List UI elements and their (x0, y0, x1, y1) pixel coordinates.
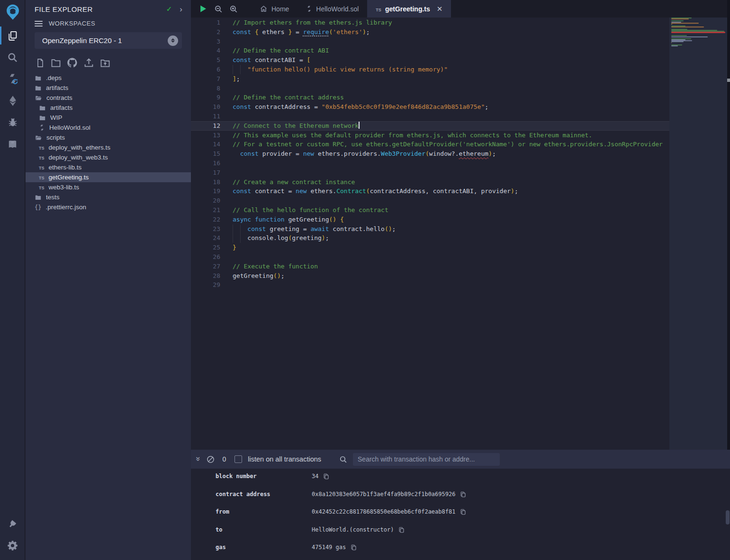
copy-icon[interactable] (460, 491, 466, 498)
editor-scrollbar[interactable] (727, 0, 730, 450)
code-line-2[interactable]: 2const { ethers } = require('ethers'); (191, 27, 669, 37)
terminal-scrollbar-thumb[interactable] (726, 510, 730, 524)
detail-label: to (216, 526, 312, 533)
code-line-10[interactable]: 10const contractAddress = "0xb54febb5c0c… (191, 102, 669, 112)
code-line-28[interactable]: 28getGreeting(); (191, 271, 669, 281)
tree-item--deps[interactable]: .deps (26, 73, 191, 83)
code-line-25[interactable]: 25} (191, 243, 669, 252)
code-line-13[interactable]: 13// This example uses the default provi… (191, 131, 669, 140)
transaction-search-input[interactable] (353, 453, 500, 466)
tree-item-contracts[interactable]: contracts (26, 93, 191, 103)
tree-item-web3-lib-ts[interactable]: TSweb3-lib.ts (26, 182, 191, 192)
code-line-20[interactable]: 20 (191, 196, 669, 205)
activity-book[interactable] (0, 133, 25, 155)
activity-debugger[interactable] (0, 112, 25, 133)
upload-folder-icon[interactable] (99, 58, 111, 68)
code-line-3[interactable]: 3 (191, 37, 669, 46)
run-button[interactable] (198, 4, 207, 13)
code-line-1[interactable]: 1// Import ethers from the ethers.js lib… (191, 18, 669, 27)
code-line-22[interactable]: 22async function getGreeting() { (191, 215, 669, 224)
code-line-11[interactable]: 11 (191, 112, 669, 121)
copy-icon[interactable] (398, 527, 405, 533)
copy-icon[interactable] (351, 544, 357, 551)
tree-item-deploy-with-web3-ts[interactable]: TSdeploy_with_web3.ts (26, 152, 191, 162)
copy-icon[interactable] (460, 509, 466, 515)
activity-deploy-and-run[interactable] (0, 90, 25, 112)
deploy-and-run-icon (8, 95, 18, 107)
new-file-icon[interactable] (35, 58, 46, 68)
code-line-5[interactable]: 5const contractABI = [ (191, 55, 669, 65)
line-number: 25 (191, 243, 220, 252)
line-content: // Connect to the Ethereum network (233, 121, 360, 131)
listen-transactions-checkbox[interactable] (234, 455, 242, 463)
code-line-6[interactable]: 6 "function hello() public view returns … (191, 65, 669, 74)
minimap[interactable] (669, 18, 727, 450)
activity-file-explorer[interactable] (0, 25, 25, 46)
tree-item-artifacts[interactable]: artifacts (26, 103, 191, 113)
transaction-detail-row: contract address0x8a120383e6057b1f3aef4f… (191, 487, 730, 505)
activity-solidity-compiler[interactable] (0, 68, 25, 90)
code-line-27[interactable]: 27// Execute the function (191, 262, 669, 271)
terminal-prompt[interactable]: > (191, 558, 730, 560)
new-folder-icon[interactable] (50, 58, 62, 68)
tree-item-deploy-with-ethers-ts[interactable]: TSdeploy_with_ethers.ts (26, 142, 191, 152)
upload-file-icon[interactable] (82, 57, 95, 68)
tree-item-getgreeting-ts[interactable]: TSgetGreeting.ts (26, 172, 191, 182)
code-line-16[interactable]: 16 (191, 159, 669, 168)
code-line-4[interactable]: 4// Define the contract ABI (191, 46, 669, 55)
code-line-17[interactable]: 17 (191, 168, 669, 178)
detail-value: 34 (312, 473, 318, 480)
code-line-18[interactable]: 18// Create a new contract instance (191, 178, 669, 187)
code-line-21[interactable]: 21// Call the hello function of the cont… (191, 205, 669, 215)
code-line-19[interactable]: 19const contract = new ethers.Contract(c… (191, 187, 669, 196)
line-content: } (233, 243, 236, 252)
settings-icon (7, 540, 18, 551)
code-line-12[interactable]: 12// Connect to the Ethereum network (191, 121, 669, 131)
tree-item-tests[interactable]: tests (26, 192, 191, 202)
line-number: 28 (191, 271, 220, 281)
tab-home[interactable]: Home (251, 0, 297, 18)
activity-bar (0, 0, 25, 560)
close-tab-icon[interactable]: ✕ (437, 5, 443, 13)
clear-console-icon[interactable] (207, 455, 215, 463)
code-line-24[interactable]: 24 console.log(greeting); (191, 233, 669, 243)
tree-item-ethers-lib-ts[interactable]: TSethers-lib.ts (26, 162, 191, 172)
code-line-23[interactable]: 23 const greeting = await contract.hello… (191, 224, 669, 234)
typescript-file-icon: TS (39, 184, 45, 191)
tab-getgreeting-ts[interactable]: TSgetGreeting.ts✕ (367, 0, 451, 18)
tree-item-label: .prettierrc.json (45, 204, 86, 211)
activity-remix-logo[interactable] (0, 0, 25, 25)
code-line-14[interactable]: 14// For a testnet or custom RPC, use et… (191, 140, 669, 149)
line-number: 11 (191, 112, 220, 121)
copy-icon[interactable] (323, 473, 329, 480)
code-editor[interactable]: 1// Import ethers from the ethers.js lib… (191, 18, 669, 450)
code-line-9[interactable]: 9// Define the contract address (191, 93, 669, 102)
tab-label: HelloWorld.sol (316, 5, 359, 13)
chevron-right-icon[interactable]: › (180, 5, 182, 13)
tree-item--prettierrc-json[interactable]: {}.prettierrc.json (26, 202, 191, 212)
code-line-15[interactable]: 15 const provider = new ethers.providers… (191, 149, 669, 159)
folder-icon (35, 194, 42, 201)
code-line-7[interactable]: 7]; (191, 74, 669, 84)
code-line-29[interactable]: 29 (191, 280, 669, 290)
tree-item-helloworld-sol[interactable]: HelloWorld.sol (26, 123, 191, 133)
github-icon[interactable] (66, 57, 79, 68)
activity-settings[interactable] (0, 534, 25, 556)
workspace-select[interactable]: OpenZeppelin ERC20 - 1 (35, 32, 182, 49)
tree-item-wip[interactable]: WIP (26, 113, 191, 123)
solidity-compiler-icon (7, 72, 19, 86)
zoom-out-button[interactable] (214, 5, 223, 13)
activity-search[interactable] (0, 46, 25, 68)
line-content: getGreeting(); (233, 271, 285, 281)
tree-item-artifacts[interactable]: artifacts (26, 83, 191, 93)
tab-helloworld-sol[interactable]: HelloWorld.sol (297, 0, 367, 18)
workspace-dropdown-icon[interactable] (168, 36, 178, 46)
zoom-in-button[interactable] (229, 5, 238, 13)
hamburger-menu-icon[interactable] (35, 21, 43, 27)
line-number: 15 (191, 149, 220, 159)
activity-plugin-manager[interactable] (0, 513, 25, 534)
expand-terminal-icon[interactable]: « (193, 457, 201, 461)
code-line-8[interactable]: 8 (191, 84, 669, 93)
code-line-26[interactable]: 26 (191, 252, 669, 262)
tree-item-scripts[interactable]: scripts (26, 133, 191, 142)
